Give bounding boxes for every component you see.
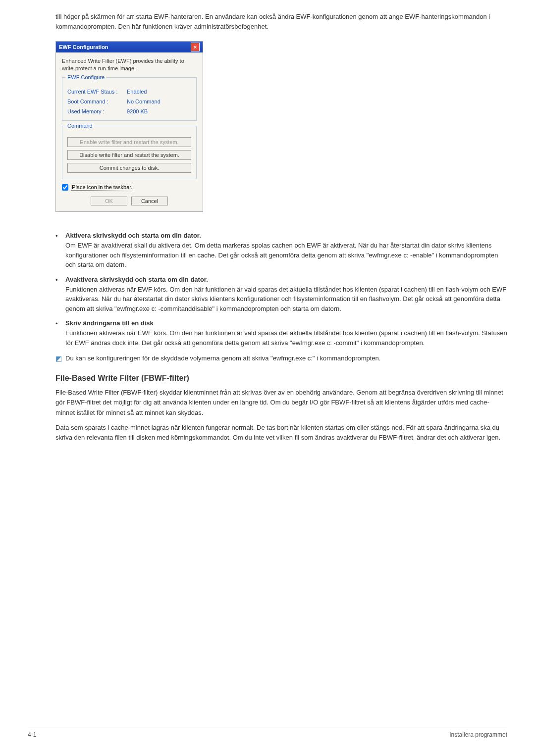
usedmem-label: Used Memory : (67, 108, 127, 114)
note-text: Du kan se konfigureringen för de skyddad… (65, 353, 380, 364)
command-legend: Command (65, 123, 95, 129)
dialog-description: Enhanced Write Filter (EWF) provides the… (62, 57, 197, 72)
commit-button[interactable]: Commit changes to disk. (67, 163, 191, 173)
taskbar-checkbox-row: Place icon in the taskbar. (62, 184, 197, 191)
info-icon: ◩ (55, 353, 65, 364)
page-footer: 4-1 Installera programmet (28, 727, 507, 738)
bullet-title: Skriv ändringarna till en disk (65, 319, 154, 327)
note-row: ◩ Du kan se konfigureringen för de skydd… (55, 353, 507, 364)
intro-paragraph: till höger på skärmen för arr starta EWF… (55, 12, 507, 31)
command-fieldset: Command Enable write filter and restart … (62, 126, 197, 179)
bullet-list: Aktivera skrivskydd och starta om din da… (55, 232, 507, 348)
taskbar-checkbox[interactable] (62, 184, 68, 191)
bootcmd-label: Boot Command : (67, 99, 127, 104)
bullet-title: Avaktivera skrivskydd och starta om din … (65, 276, 208, 283)
bullet-icon (55, 276, 65, 284)
page-number: 4-1 (28, 731, 36, 738)
bullet-title: Aktivera skrivskydd och starta om din da… (65, 232, 201, 239)
fbwf-paragraph-1: File-Based Write Filter (FBWF-filter) sk… (55, 388, 507, 417)
bullet-body: Funktionen aktiveras när EWF körs. Om de… (65, 285, 507, 314)
usedmem-row: Used Memory : 9200 KB (67, 108, 191, 114)
bullet-icon (55, 232, 65, 240)
ewf-configuration-dialog: EWF Configuration × Enhanced Write Filte… (55, 41, 203, 212)
dialog-title: EWF Configuration (59, 44, 108, 50)
bullet-icon (55, 319, 65, 327)
dialog-body: Enhanced Write Filter (EWF) provides the… (56, 52, 203, 211)
list-item: Avaktivera skrivskydd och starta om din … (55, 276, 507, 314)
status-row: Current EWF Staus : Enabled (67, 89, 191, 95)
bootcmd-value: No Command (127, 99, 160, 104)
disable-button[interactable]: Disable write filter and restart the sys… (67, 150, 191, 160)
bootcmd-row: Boot Command : No Command (67, 99, 191, 104)
footer-title: Installera programmet (449, 731, 507, 738)
ok-button[interactable]: OK (91, 197, 127, 205)
status-label: Current EWF Staus : (67, 89, 127, 95)
taskbar-checkbox-label: Place icon in the taskbar. (71, 184, 133, 191)
ok-cancel-row: OK Cancel (62, 197, 197, 205)
close-icon[interactable]: × (191, 43, 200, 51)
enable-button[interactable]: Enable write filter and restart the syst… (67, 137, 191, 147)
usedmem-value: 9200 KB (127, 108, 148, 114)
fbwf-paragraph-2: Data som sparats i cache-minnet lagras n… (55, 423, 507, 443)
status-value: Enabled (127, 89, 147, 95)
cancel-button[interactable]: Cancel (131, 197, 168, 205)
ewf-configure-fieldset: EWF Configure Current EWF Staus : Enable… (62, 77, 197, 121)
fbwf-heading: File-Based Write Filter (FBWF-filter) (55, 374, 507, 383)
dialog-titlebar: EWF Configuration × (56, 42, 203, 52)
list-item: Skriv ändringarna till en disk Funktione… (55, 319, 507, 348)
bullet-body: Om EWF är avaktiverat skall du aktivera … (65, 241, 507, 270)
bullet-body: Funktionen aktiveras när EWF körs. Om de… (65, 328, 507, 348)
list-item: Aktivera skrivskydd och starta om din da… (55, 232, 507, 270)
ewf-configure-legend: EWF Configure (65, 74, 107, 80)
